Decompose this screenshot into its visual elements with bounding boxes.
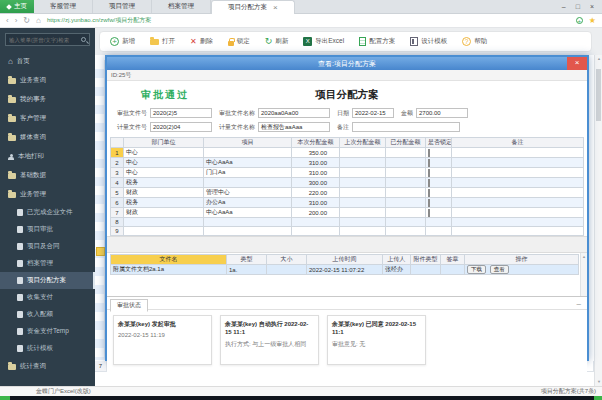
lock-checkbox[interactable] xyxy=(428,149,430,157)
row-number-cell[interactable]: 2 xyxy=(111,158,124,168)
view-button[interactable]: 查看 xyxy=(490,265,509,274)
table-row[interactable]: 4 税务 300.00 xyxy=(111,178,584,188)
lock-button[interactable]: 锁定 xyxy=(228,37,250,46)
scroll-up-icon[interactable]: ▲ xyxy=(595,56,602,62)
sidebar-item-finished-files[interactable]: 已完成企业文件 xyxy=(0,204,95,221)
export-excel-button[interactable]: X导出Excel xyxy=(303,37,344,46)
approval-doc-no-field[interactable]: 2020(2)5 xyxy=(150,108,212,118)
column-header[interactable]: 签章 xyxy=(441,255,465,265)
lock-checkbox[interactable] xyxy=(428,199,430,207)
measure-doc-no-field[interactable]: 2020(2)04 xyxy=(150,122,212,132)
lock-checkbox[interactable] xyxy=(428,189,430,197)
tab-archive[interactable]: 档案管理 xyxy=(152,0,211,13)
design-template-button[interactable]: 设计模板 xyxy=(410,37,447,46)
row-number-cell[interactable]: 5 xyxy=(111,188,124,198)
column-header[interactable]: 是否锁定 xyxy=(426,138,452,148)
refresh-button[interactable]: ↻刷新 xyxy=(265,37,289,46)
open-button[interactable]: 打开 xyxy=(150,37,175,46)
tab-close-icon[interactable]: × xyxy=(273,4,278,12)
column-header[interactable]: 备注 xyxy=(452,138,584,148)
date-field[interactable]: 2022-02-15 xyxy=(352,108,394,118)
lock-checkbox[interactable] xyxy=(428,179,430,187)
add-favorite-icon[interactable]: + xyxy=(576,17,583,24)
dialog-title-bar[interactable]: 查看:项目分配方案 × xyxy=(107,57,587,70)
window-minimize-button[interactable]: – xyxy=(562,3,566,10)
approval-status-tab[interactable]: 审批状态 xyxy=(110,299,148,312)
sidebar-item-my-tasks[interactable]: 我的事务 xyxy=(0,90,95,109)
window-maximize-button[interactable]: □ xyxy=(576,3,580,10)
column-header[interactable]: 上传时间 xyxy=(307,255,383,265)
sidebar-item-local-print[interactable]: 本地打印 xyxy=(0,147,95,166)
url-text[interactable]: https://zj.yunbao.cn/zwfw/项目分配方案 xyxy=(47,16,570,25)
table-row[interactable]: 8 xyxy=(111,218,584,227)
window-close-button[interactable]: × xyxy=(590,3,594,10)
add-button[interactable]: +新增 xyxy=(110,37,135,46)
column-header[interactable]: 类型 xyxy=(227,255,267,265)
column-header[interactable]: 附件类型 xyxy=(411,255,441,265)
attachment-scrollbar[interactable]: ▲ xyxy=(580,253,587,296)
sidebar-item-collect-pay[interactable]: 收集支付 xyxy=(0,289,95,306)
row-number-cell[interactable]: 9 xyxy=(111,227,124,236)
dialog-close-button[interactable]: × xyxy=(567,57,587,70)
row-number-cell[interactable]: 1 xyxy=(111,148,124,158)
remark-field[interactable] xyxy=(352,122,460,132)
tab-active-allocation[interactable]: 项目分配方案 × xyxy=(211,0,295,14)
sidebar-item-fund-pay-temp[interactable]: 资金支付Temp xyxy=(0,323,95,340)
table-row[interactable]: 7 财政 中心AaAa 200.00 xyxy=(111,208,584,218)
sidebar-item-project-approval[interactable]: 项目审批 xyxy=(0,221,95,238)
reload-icon[interactable]: ↻ xyxy=(23,16,30,26)
home-icon[interactable]: ⌂ xyxy=(36,16,41,26)
sidebar-item-project-contract[interactable]: 项目及合同 xyxy=(0,238,95,255)
column-header[interactable]: 上传人 xyxy=(383,255,411,265)
sidebar-item-stat-template[interactable]: 统计模板 xyxy=(0,340,95,357)
row-number-cell[interactable]: 4 xyxy=(111,178,124,188)
column-header[interactable]: 大小 xyxy=(267,255,307,265)
amount-field[interactable]: 2700.00 xyxy=(416,108,468,118)
tab-project[interactable]: 项目管理 xyxy=(93,0,152,13)
sidebar-item-base-data[interactable]: 基础数据 xyxy=(0,166,95,185)
delete-button[interactable]: ✕删除 xyxy=(190,37,213,46)
column-header[interactable]: 本次分配金额 xyxy=(292,138,340,148)
scrollbar-thumb[interactable] xyxy=(596,69,601,121)
table-row[interactable]: 2 中心 中心AaAa 310.00 xyxy=(111,158,584,168)
help-button[interactable]: ?帮助 xyxy=(462,37,487,46)
table-row[interactable]: 3 中心 门口Aa 310.00 xyxy=(111,168,584,178)
lock-checkbox[interactable] xyxy=(428,169,430,177)
column-header[interactable]: 项目 xyxy=(204,138,292,148)
search-icon[interactable] xyxy=(81,37,86,42)
collapse-panel-icon[interactable]: – xyxy=(577,299,581,308)
table-row[interactable]: 9 xyxy=(111,227,584,236)
sidebar-item-allocation-plan[interactable]: 项目分配方案 xyxy=(0,272,95,289)
scroll-down-icon[interactable]: ▼ xyxy=(595,379,602,385)
lock-checkbox[interactable] xyxy=(428,209,430,217)
table-row[interactable]: 1 中心 350.00 xyxy=(111,148,584,158)
sidebar-item-home[interactable]: ⌂首页 xyxy=(0,52,95,71)
approval-doc-name-field[interactable]: 2020aa0Aa00 xyxy=(258,108,330,118)
sidebar-item-archive-mgmt[interactable]: 档案管理 xyxy=(0,255,95,272)
column-header-filename[interactable]: 文件名 xyxy=(111,255,227,265)
column-header[interactable]: 已分配金额 xyxy=(386,138,426,148)
sidebar-item-business-mgmt[interactable]: 业务管理 xyxy=(0,185,95,204)
sidebar-item-customers[interactable]: 客户管理 xyxy=(0,109,95,128)
tab-home[interactable]: 主页 xyxy=(0,0,34,13)
column-header[interactable]: 部门单位 xyxy=(124,138,204,148)
vertical-scrollbar[interactable]: ▲ ▼ xyxy=(594,55,602,386)
attachment-row[interactable]: 附属文件文档2a.1a 1a. 2022-02-15 11:07:22 张经办 … xyxy=(111,265,579,275)
row-number-cell[interactable]: 3 xyxy=(111,168,124,178)
row-number-cell[interactable]: 7 xyxy=(111,208,124,218)
sidebar-search-input[interactable] xyxy=(9,37,81,43)
sidebar-item-media[interactable]: 媒体查询 xyxy=(0,128,95,147)
back-icon[interactable]: ‹ xyxy=(6,16,9,26)
row-number-cell[interactable]: 8 xyxy=(111,218,124,227)
forward-icon[interactable]: › xyxy=(15,16,18,26)
sidebar-item-stat-query[interactable]: 统计查询 xyxy=(0,357,95,376)
favorite-star-icon[interactable]: ★ xyxy=(589,16,596,25)
column-header[interactable]: 操作 xyxy=(465,255,579,265)
measure-doc-name-field[interactable]: 检查报告aaAaa xyxy=(258,122,330,132)
config-scheme-button[interactable]: 配置方案 xyxy=(359,37,395,46)
row-number-cell[interactable]: 6 xyxy=(111,198,124,208)
tab-service[interactable]: 客服管理 xyxy=(34,0,93,13)
table-row[interactable]: 5 财政 管理中心 220.00 xyxy=(111,188,584,198)
sidebar-item-business-query[interactable]: 业务查询 xyxy=(0,71,95,90)
sidebar-item-income-quota[interactable]: 收入配额 xyxy=(0,306,95,323)
